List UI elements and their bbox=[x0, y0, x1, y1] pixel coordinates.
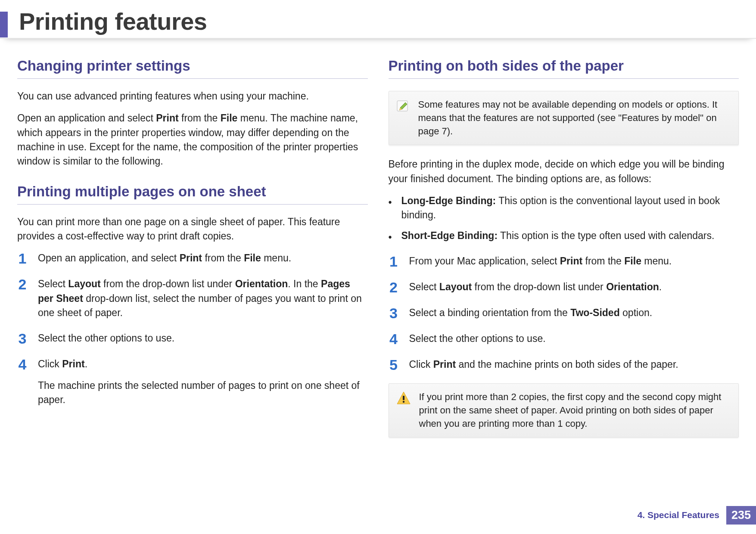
note-text: Some features may not be available depen… bbox=[418, 98, 730, 138]
bold-text: Layout bbox=[68, 278, 100, 289]
bullet-item: • Long-Edge Binding: This option is the … bbox=[389, 194, 739, 223]
step-body: Select the other options to use. bbox=[409, 332, 739, 346]
text: Select a binding orientation from the bbox=[409, 307, 571, 318]
text: from the bbox=[582, 255, 624, 267]
step: 5 Click Print and the machine prints on … bbox=[389, 357, 739, 372]
text: from the drop-down list under bbox=[472, 281, 606, 292]
step-body: Click Print. The machine prints the sele… bbox=[38, 357, 368, 407]
bold-text: Layout bbox=[439, 281, 472, 292]
text: Open an application and select bbox=[17, 112, 156, 124]
step-body: Click Print and the machine prints on bo… bbox=[409, 357, 739, 372]
step-number: 2 bbox=[17, 277, 28, 292]
bold-text: Two-Sided bbox=[570, 307, 620, 318]
content-columns: Changing printer settings You can use ad… bbox=[0, 39, 756, 450]
warning-icon bbox=[396, 391, 411, 406]
paragraph: You can use advanced printing features w… bbox=[17, 89, 368, 103]
step-sub-text: The machine prints the selected number o… bbox=[38, 379, 368, 407]
page-title: Printing features bbox=[19, 9, 207, 35]
step: 3 Select a binding orientation from the … bbox=[389, 306, 739, 320]
text: . bbox=[85, 358, 87, 369]
text: Select bbox=[38, 278, 68, 289]
text: From your Mac application, select bbox=[409, 255, 560, 267]
steps-list: 1 Open an application, and select Print … bbox=[17, 251, 368, 407]
step-number: 3 bbox=[389, 306, 399, 320]
bullet-list: • Long-Edge Binding: This option is the … bbox=[389, 194, 739, 245]
bold-text: Orientation bbox=[235, 278, 288, 289]
step-number: 3 bbox=[17, 331, 28, 346]
bold-text: Print bbox=[156, 112, 178, 124]
right-column: Printing on both sides of the paper Some… bbox=[389, 58, 739, 450]
heading-both-sides: Printing on both sides of the paper bbox=[389, 58, 739, 79]
svg-rect-1 bbox=[403, 396, 404, 400]
step-number: 4 bbox=[17, 357, 28, 372]
page: Printing features Changing printer setti… bbox=[0, 0, 756, 534]
paragraph: You can print more than one page on a si… bbox=[17, 215, 368, 244]
text: from the bbox=[179, 112, 221, 124]
step-body: Select a binding orientation from the Tw… bbox=[409, 306, 739, 320]
title-accent bbox=[0, 12, 8, 37]
bold-text: Print bbox=[180, 252, 202, 264]
text: option. bbox=[620, 307, 652, 318]
step-number: 1 bbox=[389, 254, 399, 269]
bullet-body: Short-Edge Binding: This option is the t… bbox=[401, 229, 739, 243]
footer-chapter: 4. Special Features bbox=[638, 510, 726, 520]
step-number: 1 bbox=[17, 251, 28, 266]
svg-point-2 bbox=[402, 401, 404, 403]
bold-text: Print bbox=[62, 358, 84, 369]
heading-multiple-pages: Printing multiple pages on one sheet bbox=[17, 183, 368, 205]
text: Select bbox=[409, 281, 439, 292]
text: . In the bbox=[288, 278, 321, 289]
step-body: Select Layout from the drop-down list un… bbox=[409, 280, 739, 294]
text: from the bbox=[202, 252, 244, 264]
bold-text: File bbox=[244, 252, 261, 264]
footer-page-number: 235 bbox=[726, 506, 756, 525]
page-footer: 4. Special Features 235 bbox=[638, 506, 756, 525]
bold-text: Print bbox=[433, 359, 456, 370]
bold-text: File bbox=[624, 255, 641, 267]
text: drop-down list, select the number of pag… bbox=[38, 293, 362, 318]
steps-list: 1 From your Mac application, select Prin… bbox=[389, 254, 739, 372]
text: Click bbox=[38, 358, 62, 369]
step-number: 2 bbox=[389, 280, 399, 295]
step: 1 Open an application, and select Print … bbox=[17, 251, 368, 266]
step: 1 From your Mac application, select Prin… bbox=[389, 254, 739, 269]
text: . bbox=[659, 281, 662, 292]
bold-text: Print bbox=[560, 255, 582, 267]
text: menu. bbox=[261, 252, 291, 264]
step-body: Select Layout from the drop-down list un… bbox=[38, 277, 368, 320]
note-box-info: Some features may not be available depen… bbox=[389, 91, 739, 145]
bold-text: File bbox=[221, 112, 238, 124]
note-text: If you print more than 2 copies, the fir… bbox=[419, 391, 730, 430]
bullet-body: Long-Edge Binding: This option is the co… bbox=[401, 194, 739, 223]
step-body: Open an application, and select Print fr… bbox=[38, 251, 368, 265]
heading-changing-settings: Changing printer settings bbox=[17, 58, 368, 79]
step-number: 5 bbox=[389, 357, 399, 372]
bold-text: Long-Edge Binding: bbox=[401, 195, 496, 206]
bullet-dot: • bbox=[389, 194, 392, 210]
title-bar: Printing features bbox=[0, 0, 756, 39]
step-body: Select the other options to use. bbox=[38, 331, 368, 345]
left-column: Changing printer settings You can use ad… bbox=[17, 58, 368, 450]
text: and the machine prints on both sides of … bbox=[456, 359, 678, 370]
text: from the drop-down list under bbox=[101, 278, 235, 289]
bold-text: Short-Edge Binding: bbox=[401, 230, 498, 241]
step: 3 Select the other options to use. bbox=[17, 331, 368, 346]
text: Open an application, and select bbox=[38, 252, 180, 264]
text: menu. bbox=[641, 255, 672, 267]
step: 2 Select Layout from the drop-down list … bbox=[389, 280, 739, 295]
text: Click bbox=[409, 359, 433, 370]
bullet-dot: • bbox=[389, 229, 392, 245]
step: 4 Click Print. The machine prints the se… bbox=[17, 357, 368, 407]
step: 4 Select the other options to use. bbox=[389, 332, 739, 346]
step-body: From your Mac application, select Print … bbox=[409, 254, 739, 268]
step: 2 Select Layout from the drop-down list … bbox=[17, 277, 368, 320]
bold-text: Orientation bbox=[606, 281, 659, 292]
paragraph: Before printing in the duplex mode, deci… bbox=[389, 157, 739, 186]
note-box-warning: If you print more than 2 copies, the fir… bbox=[389, 383, 739, 438]
pencil-note-icon bbox=[396, 98, 411, 113]
paragraph: Open an application and select Print fro… bbox=[17, 111, 368, 168]
step-number: 4 bbox=[389, 332, 399, 346]
bullet-item: • Short-Edge Binding: This option is the… bbox=[389, 229, 739, 245]
text: This option is the type often used with … bbox=[498, 230, 714, 241]
